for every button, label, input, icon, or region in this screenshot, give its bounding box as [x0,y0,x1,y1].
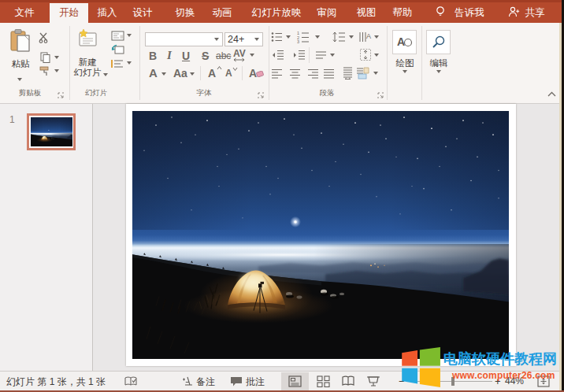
svg-text:3: 3 [297,39,299,43]
svg-text:A: A [397,35,405,48]
svg-text:A: A [366,32,371,40]
